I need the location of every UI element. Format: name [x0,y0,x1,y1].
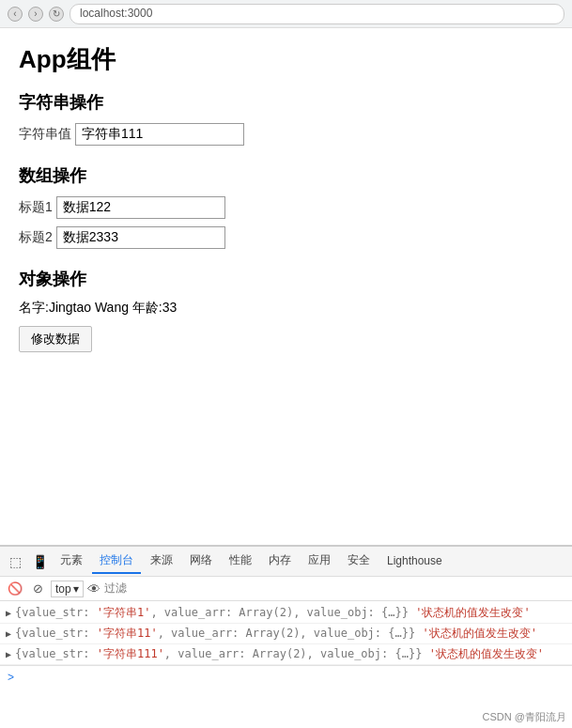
modify-button[interactable]: 修改数据 [19,326,92,352]
devtools-tabs: ⬚ 📱 元素 控制台 来源 网络 性能 内存 应用 安全 Lighthouse [0,547,572,577]
devtools-panel: ⬚ 📱 元素 控制台 来源 网络 性能 内存 应用 安全 Lighthouse … [0,545,572,728]
main-content: App组件 字符串操作 字符串值 数组操作 标题1 标题2 对象操作 名字:Ji… [0,28,572,545]
string-section-title: 字符串操作 [19,91,553,114]
array-label-1: 标题1 [19,199,53,216]
console-text-1: {value_str: '字符串1', value_arr: Array(2),… [15,605,566,621]
array-section: 数组操作 标题1 标题2 [19,164,553,249]
tab-sources[interactable]: 来源 [143,549,180,574]
string-label: 字符串值 [19,126,71,143]
context-dropdown[interactable]: top ▾ [51,581,84,597]
console-line-1[interactable]: ▶ {value_str: '字符串1', value_arr: Array(2… [0,603,572,624]
object-section-title: 对象操作 [19,268,553,290]
forward-button[interactable]: › [28,7,43,22]
array-label-2: 标题2 [19,229,53,246]
app-title: App组件 [19,43,553,76]
back-button[interactable]: ‹ [8,7,23,22]
expand-icon-1: ▶ [6,608,11,618]
filter-label: 过滤 [104,581,127,596]
console-prompt-line[interactable]: > [0,665,572,686]
tab-console[interactable]: 控制台 [92,549,141,574]
tab-security[interactable]: 安全 [340,549,378,574]
eye-icon[interactable]: 👁 [87,581,100,596]
console-text-2: {value_str: '字符串11', value_arr: Array(2)… [15,626,566,642]
person-info: 名字:Jingtao Wang 年龄:33 [19,300,553,317]
tab-elements[interactable]: 元素 [53,549,90,574]
expand-icon-2: ▶ [6,628,11,639]
tab-performance[interactable]: 性能 [222,549,259,574]
string-section: 字符串操作 字符串值 [19,91,553,146]
tab-application[interactable]: 应用 [301,549,338,574]
string-field-row: 字符串值 [19,123,553,146]
devtools-toolbar: 🚫 ⊘ top ▾ 👁 过滤 [0,577,572,601]
console-line-3[interactable]: ▶ {value_str: '字符串111', value_arr: Array… [0,644,572,665]
top-label: top [55,582,71,596]
dropdown-arrow-icon: ▾ [73,582,79,596]
inspect-element-button[interactable]: ⬚ [4,550,26,573]
tab-lighthouse[interactable]: Lighthouse [379,550,450,573]
prompt-icon: > [8,671,14,684]
device-toolbar-button[interactable]: 📱 [28,550,51,573]
object-section: 对象操作 名字:Jingtao Wang 年龄:33 修改数据 [19,268,553,352]
watermark: CSDN @青阳流月 [483,710,566,724]
address-bar[interactable]: localhost:3000 [70,4,564,24]
console-text-3: {value_str: '字符串111', value_arr: Array(2… [15,646,566,662]
string-input[interactable] [75,123,244,146]
array-input-1[interactable] [56,196,225,219]
array-section-title: 数组操作 [19,164,553,187]
array-field-row-2: 标题2 [19,226,553,249]
expand-icon-3: ▶ [6,649,11,659]
array-field-row-1: 标题1 [19,196,553,219]
clear-console-button[interactable]: 🚫 [6,580,24,598]
tab-network[interactable]: 网络 [182,549,220,574]
reload-button[interactable]: ↻ [49,7,64,22]
browser-bar: ‹ › ↻ localhost:3000 [0,0,572,28]
tab-memory[interactable]: 内存 [261,549,299,574]
filter-button[interactable]: ⊘ [28,580,47,598]
array-input-2[interactable] [56,226,225,249]
console-line-2[interactable]: ▶ {value_str: '字符串11', value_arr: Array(… [0,624,572,644]
console-output: ▶ {value_str: '字符串1', value_arr: Array(2… [0,601,572,723]
